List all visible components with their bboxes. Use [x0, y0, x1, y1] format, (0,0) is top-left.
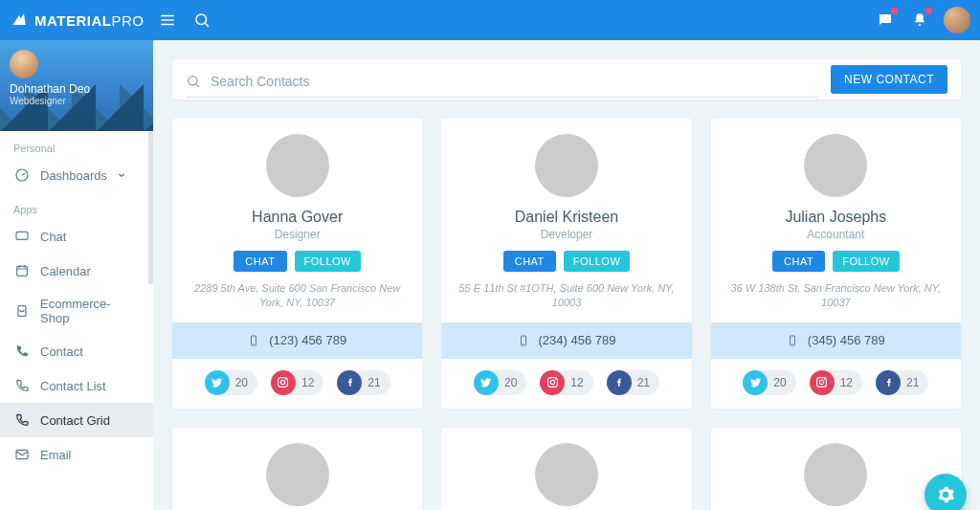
user-avatar[interactable] [944, 7, 970, 33]
twitter-count: 20 [768, 376, 795, 389]
new-contact-button[interactable]: NEW CONTACT [831, 65, 947, 94]
nav-calendar[interactable]: Calendar [0, 254, 153, 288]
contact-phone[interactable]: (234) 456 789 [441, 322, 691, 359]
contact-phone[interactable]: (345) 456 789 [711, 322, 961, 359]
notifications-button[interactable] [909, 10, 930, 31]
nav-label: Dashboards [40, 168, 107, 183]
instagram-count: 12 [296, 376, 323, 389]
nav-label: Contact [40, 344, 83, 359]
notifications-badge [925, 8, 932, 14]
nav-label: Contact List [40, 379, 106, 393]
mobile-icon [248, 332, 259, 349]
mobile-icon [787, 332, 798, 349]
nav-label: Chat [40, 230, 66, 244]
nav-section-personal: Personal [0, 131, 153, 158]
phone-number: (345) 456 789 [808, 333, 885, 347]
topbar-search[interactable] [191, 10, 212, 31]
twitter-pill[interactable]: 20 [474, 370, 526, 395]
contact-name: Daniel Kristeen [515, 209, 619, 226]
facebook-count: 21 [901, 376, 928, 389]
contact-card: CHAT FOLLOW [172, 428, 422, 510]
messages-button[interactable] [875, 10, 896, 31]
facebook-pill[interactable]: 21 [607, 370, 659, 395]
chevron-down-icon [113, 166, 130, 184]
contacts-grid: Hanna Gover Designer CHAT FOLLOW 2289 5t… [172, 119, 961, 510]
gauge-icon [13, 166, 31, 184]
profile-banner[interactable]: Dohnathan Deo Webdesigner [0, 40, 153, 131]
chat-button[interactable]: CHAT [503, 251, 556, 272]
twitter-icon [205, 370, 230, 395]
brand-text-a: MATERIAL [34, 12, 111, 29]
contact-socials: 20 12 21 [205, 359, 390, 409]
instagram-icon [271, 370, 296, 395]
bell-icon [911, 11, 928, 29]
shopping-bag-icon [13, 302, 31, 320]
instagram-pill[interactable]: 12 [540, 370, 592, 395]
message-icon [877, 11, 894, 29]
nav-ecommerce[interactable]: Ecommerce-Shop [0, 288, 153, 334]
twitter-count: 20 [230, 376, 257, 389]
follow-button[interactable]: FOLLOW [833, 251, 899, 272]
search-field-wrap[interactable] [186, 68, 817, 98]
search-bar: NEW CONTACT [172, 59, 961, 100]
facebook-icon [876, 370, 901, 395]
brand-text-b: PRO [111, 12, 144, 29]
search-icon [186, 74, 201, 89]
contact-photo [804, 443, 867, 506]
profile-role: Webdesigner [10, 96, 144, 106]
chat-button[interactable]: CHAT [234, 251, 286, 272]
contact-card: Daniel Kristeen Developer CHAT FOLLOW 55… [441, 119, 691, 409]
contact-photo [535, 443, 598, 506]
profile-avatar [10, 50, 38, 78]
facebook-pill[interactable]: 21 [337, 370, 390, 395]
contact-role: Developer [541, 228, 593, 241]
phone-outline-icon [13, 377, 31, 394]
contact-address: 36 W 138th St, San Francisco New York, N… [711, 272, 961, 317]
brand-logo[interactable]: MATERIALPRO [10, 11, 144, 30]
twitter-pill[interactable]: 20 [743, 370, 795, 395]
twitter-icon [743, 370, 768, 395]
phone-outline-icon [13, 411, 31, 429]
follow-button[interactable]: FOLLOW [295, 251, 361, 272]
menu-toggle[interactable] [157, 10, 178, 31]
nav-label: Contact Grid [40, 413, 110, 428]
contact-photo [266, 134, 329, 197]
nav-label: Ecommerce-Shop [40, 297, 140, 325]
settings-fab[interactable] [924, 474, 967, 510]
nav-label: Email [40, 448, 72, 462]
search-icon [193, 11, 211, 29]
nav-contact-list[interactable]: Contact List [0, 368, 153, 403]
contact-role: Accountant [807, 228, 864, 241]
contact-phone[interactable]: (123) 456 789 [172, 322, 422, 359]
facebook-icon [337, 370, 362, 395]
contact-card: CHAT FOLLOW [441, 428, 691, 510]
facebook-icon [607, 370, 632, 395]
mail-icon [13, 446, 31, 463]
instagram-pill[interactable]: 12 [271, 370, 323, 395]
contact-photo [535, 134, 598, 197]
gear-icon [936, 485, 955, 504]
contact-role: Designer [275, 228, 321, 241]
follow-button[interactable]: FOLLOW [564, 251, 630, 272]
nav-dashboards[interactable]: Dashboards [0, 158, 153, 192]
nav-label: Calendar [40, 264, 91, 278]
chat-icon [13, 228, 31, 245]
search-input[interactable] [211, 74, 817, 89]
nav-contact[interactable]: Contact [0, 334, 153, 368]
contact-card: Julian Josephs Accountant CHAT FOLLOW 36… [711, 119, 961, 409]
contact-card: Hanna Gover Designer CHAT FOLLOW 2289 5t… [172, 119, 422, 409]
nav-contact-grid[interactable]: Contact Grid [0, 403, 153, 437]
instagram-icon [540, 370, 565, 395]
twitter-pill[interactable]: 20 [205, 370, 257, 395]
instagram-pill[interactable]: 12 [810, 370, 862, 395]
instagram-count: 12 [565, 376, 592, 389]
contact-card: CHAT FOLLOW [711, 428, 961, 510]
instagram-icon [810, 370, 835, 395]
facebook-pill[interactable]: 21 [876, 370, 928, 395]
nav-chat[interactable]: Chat [0, 219, 153, 254]
chat-button[interactable]: CHAT [772, 251, 825, 272]
topbar: MATERIALPRO [0, 0, 980, 40]
nav-email[interactable]: Email [0, 437, 153, 472]
mobile-icon [518, 332, 529, 349]
nav-section-apps: Apps [0, 192, 153, 219]
